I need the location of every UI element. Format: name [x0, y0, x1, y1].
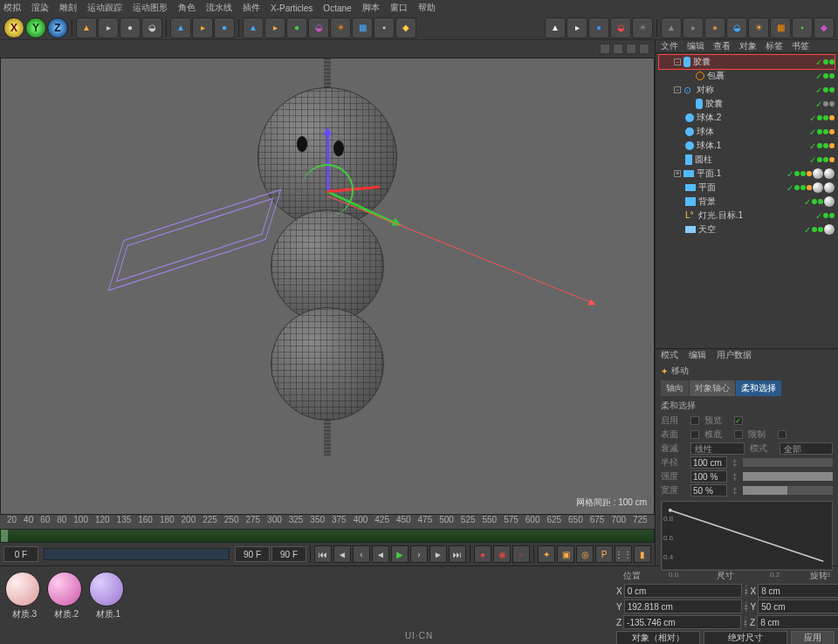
visibility-check[interactable]: ✓ [786, 169, 793, 179]
tag-dot[interactable] [829, 115, 835, 120]
goto-end-button[interactable]: ⏭ [449, 545, 466, 563]
toolbar-button[interactable]: ◒ [141, 17, 162, 38]
vp-control-icon[interactable] [613, 44, 623, 54]
hierarchy-row[interactable]: 胶囊✓ [659, 97, 835, 111]
toolbar-button[interactable]: ▲ [243, 17, 264, 38]
checkbox[interactable] [734, 416, 743, 425]
vp-control-icon[interactable] [639, 44, 649, 54]
toolbar-button[interactable]: ▦ [352, 17, 373, 38]
opt-grid-button[interactable]: ⋮⋮ [615, 545, 632, 563]
visibility-dot[interactable] [800, 171, 806, 176]
next-frame-button[interactable]: › [410, 545, 428, 563]
toolbar-button[interactable]: ▦ [770, 17, 791, 38]
hierarchy-tab[interactable]: 标签 [766, 40, 783, 52]
coord-input[interactable] [624, 599, 742, 613]
play-back-button[interactable]: ◄ [372, 545, 389, 563]
toolbar-button[interactable]: ◒ [726, 17, 747, 38]
menu-item[interactable]: 窗口 [390, 2, 408, 14]
tag-dot[interactable] [829, 129, 835, 134]
tag-dot[interactable] [829, 157, 835, 162]
visibility-check[interactable]: ✓ [809, 127, 816, 137]
coord-size-mode-select[interactable]: 绝对尺寸 [704, 631, 787, 644]
toolbar-button[interactable]: ☀ [748, 17, 769, 38]
coord-input[interactable] [624, 584, 742, 598]
hierarchy-row[interactable]: 平面✓ [659, 181, 835, 195]
visibility-check[interactable]: ✓ [809, 113, 816, 123]
attr-select[interactable]: 线性 [690, 442, 745, 455]
toolbar-button[interactable]: ▲ [170, 17, 191, 38]
material-tag-icon[interactable] [824, 168, 835, 179]
checkbox[interactable] [778, 430, 786, 439]
tag-dot[interactable] [829, 143, 835, 148]
visibility-dot[interactable] [823, 157, 828, 162]
visibility-dot[interactable] [823, 143, 828, 148]
material-swatch[interactable]: 材质.2 [47, 572, 86, 639]
material-swatch[interactable]: 材质.3 [5, 572, 44, 639]
record-button[interactable]: ● [474, 545, 491, 563]
hierarchy-row[interactable]: 球体.2✓ [659, 111, 835, 125]
axis-x-toggle[interactable]: X [3, 17, 24, 38]
frame-end-input[interactable] [235, 546, 270, 562]
menu-item[interactable]: 脚本 [362, 2, 380, 14]
goto-start-button[interactable]: ⏮ [314, 545, 332, 563]
visibility-dot[interactable] [817, 157, 822, 162]
hierarchy-row[interactable]: 球体.1✓ [659, 139, 835, 153]
menu-item[interactable]: Octane [323, 3, 351, 13]
hierarchy-row[interactable]: +平面.1✓ [659, 167, 835, 181]
visibility-check[interactable]: ✓ [786, 183, 793, 193]
next-key-button[interactable]: ► [429, 545, 447, 563]
toolbar-button[interactable]: ● [286, 17, 307, 38]
spinner-icon[interactable]: ‡ [744, 584, 749, 598]
visibility-check[interactable]: ✓ [809, 155, 816, 165]
menu-item[interactable]: 运动图形 [133, 2, 168, 14]
visibility-dot[interactable] [823, 87, 828, 92]
hierarchy-tab[interactable]: 文件 [661, 40, 678, 52]
attr-select[interactable]: 全部 [780, 442, 834, 455]
attr-input[interactable] [690, 484, 727, 497]
hierarchy-tab[interactable]: 查看 [713, 40, 731, 52]
visibility-dot[interactable] [829, 87, 835, 92]
toolbar-button[interactable]: ▸ [567, 17, 587, 38]
hierarchy-tab[interactable]: 编辑 [687, 40, 704, 52]
frame-current-input[interactable] [271, 546, 306, 562]
toolbar-button[interactable]: ▪ [374, 17, 395, 38]
checkbox[interactable] [690, 416, 699, 425]
attr-tab[interactable]: 柔和选择 [736, 380, 781, 396]
visibility-dot[interactable] [817, 129, 822, 134]
visibility-check[interactable]: ✓ [815, 211, 822, 221]
hierarchy-row[interactable]: 球体✓ [659, 125, 835, 139]
toolbar-button[interactable]: ● [120, 17, 141, 38]
prev-frame-button[interactable]: ‹ [353, 545, 370, 563]
attr-slider[interactable] [743, 486, 833, 495]
visibility-check[interactable]: ✓ [804, 197, 811, 207]
material-tag-icon[interactable] [824, 182, 835, 193]
visibility-check[interactable]: ✓ [815, 58, 822, 67]
visibility-dot[interactable] [818, 227, 823, 232]
spinner-icon[interactable]: ‡ [744, 599, 749, 613]
material-swatch[interactable]: 材质.1 [89, 572, 127, 639]
toolbar-button[interactable]: ▲ [661, 17, 682, 38]
attr-slider[interactable] [743, 458, 833, 467]
visibility-check[interactable]: ✓ [815, 99, 822, 109]
visibility-dot[interactable] [812, 227, 817, 232]
material-tag-icon[interactable] [824, 196, 835, 207]
hierarchy-row[interactable]: L°灯光.目标.1✓ [659, 209, 835, 223]
axis-z-toggle[interactable]: Z [47, 17, 68, 38]
viewport-3d[interactable]: 网格间距 : 100 cm [0, 58, 655, 515]
opt-param-button[interactable]: P [595, 545, 613, 563]
visibility-dot[interactable] [829, 59, 835, 65]
toolbar-button[interactable]: ▲ [545, 17, 566, 38]
visibility-check[interactable]: ✓ [809, 141, 816, 151]
attr-input[interactable] [690, 456, 727, 469]
toolbar-button[interactable]: ● [588, 17, 609, 38]
expand-toggle[interactable]: - [674, 58, 681, 65]
tag-dot[interactable] [807, 171, 812, 176]
toolbar-button[interactable]: ▸ [192, 17, 213, 38]
toolbar-button[interactable]: ▸ [98, 17, 119, 38]
axis-y-toggle[interactable]: Y [25, 17, 46, 38]
hierarchy-tab[interactable]: 对象 [739, 40, 757, 52]
visibility-check[interactable]: ✓ [815, 72, 822, 81]
toolbar-button[interactable]: ◆ [814, 17, 835, 38]
attr-input[interactable] [690, 470, 727, 483]
visibility-dot[interactable] [823, 73, 828, 79]
